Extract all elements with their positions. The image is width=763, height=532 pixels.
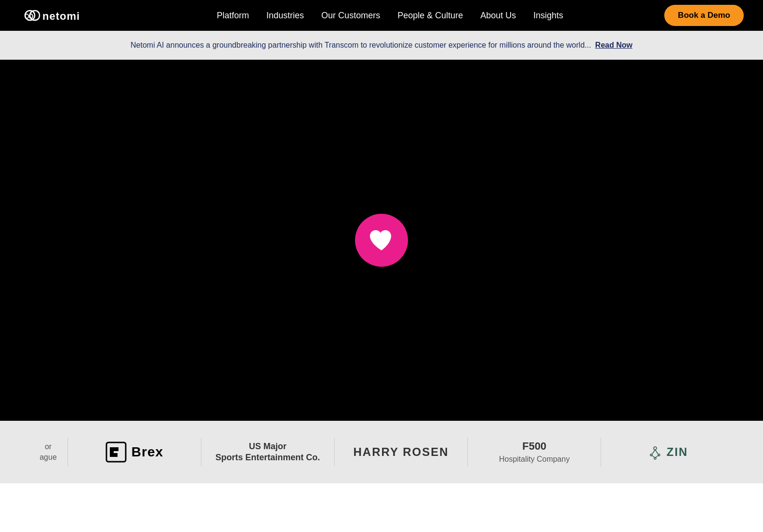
nav-link-about-us[interactable]: About Us <box>480 11 516 20</box>
nav-item-about-us[interactable]: About Us <box>480 11 516 21</box>
customer-harry-rosen[interactable]: Harry Rosen <box>335 445 468 459</box>
brex-logo: Brex <box>105 441 163 463</box>
play-button-container <box>355 214 408 267</box>
customer-zin[interactable]: ZIN <box>601 444 734 460</box>
f500-subtitle: Hospitality Company <box>499 454 570 465</box>
logo[interactable]: ∞ netomi <box>19 6 116 25</box>
us-major-name: US MajorSports Entertainment Co. <box>215 441 320 464</box>
svg-point-13 <box>654 457 656 459</box>
navbar: ∞ netomi Platform Industries Our Custome… <box>0 0 763 31</box>
f500-logo: F500 Hospitality Company <box>499 439 570 465</box>
play-circle-button[interactable] <box>355 214 408 267</box>
svg-text:∞: ∞ <box>24 8 33 23</box>
netomi-logo-icon: ∞ netomi <box>19 6 116 25</box>
main-nav: Platform Industries Our Customers People… <box>217 11 563 21</box>
nav-item-insights[interactable]: Insights <box>533 11 563 21</box>
nav-item-platform[interactable]: Platform <box>217 11 249 21</box>
brex-icon <box>105 441 127 463</box>
customer-us-major[interactable]: US MajorSports Entertainment Co. <box>201 441 334 464</box>
nav-link-industries[interactable]: Industries <box>266 11 304 20</box>
customer-brex[interactable]: Brex <box>68 441 201 463</box>
brex-text: Brex <box>132 444 163 460</box>
svg-rect-5 <box>110 453 118 457</box>
svg-line-8 <box>655 450 658 454</box>
announcement-read-now-link[interactable]: Read Now <box>595 41 632 49</box>
nav-item-industries[interactable]: Industries <box>266 11 304 21</box>
nav-item-people-culture[interactable]: People & Culture <box>397 11 463 21</box>
nav-link-platform[interactable]: Platform <box>217 11 249 20</box>
svg-rect-4 <box>110 447 118 451</box>
customer-f500[interactable]: F500 Hospitality Company <box>468 439 601 465</box>
announcement-text: Netomi AI announces a groundbreaking par… <box>131 41 632 49</box>
nav-item-our-customers[interactable]: Our Customers <box>321 11 380 21</box>
hero-section <box>0 60 763 421</box>
nav-link-insights[interactable]: Insights <box>533 11 563 20</box>
svg-text:netomi: netomi <box>42 10 80 22</box>
f500-title: F500 <box>499 439 570 454</box>
zin-icon <box>647 444 663 460</box>
svg-line-7 <box>652 450 655 454</box>
zin-logo: ZIN <box>647 444 688 460</box>
nav-link-our-customers[interactable]: Our Customers <box>321 11 380 20</box>
zin-text: ZIN <box>667 445 688 459</box>
partial-left-text: orague <box>39 441 57 463</box>
harry-rosen-text: Harry Rosen <box>353 445 448 459</box>
customers-section: orague Brex US MajorSports Entertainment… <box>0 421 763 483</box>
svg-point-6 <box>654 447 657 450</box>
nav-link-people-culture[interactable]: People & Culture <box>397 11 463 20</box>
heart-icon <box>368 228 395 252</box>
customer-partial-left: orague <box>29 441 67 463</box>
svg-rect-2 <box>106 442 126 462</box>
book-demo-button[interactable]: Book a Demo <box>664 5 744 26</box>
announcement-banner: Netomi AI announces a groundbreaking par… <box>0 31 763 60</box>
